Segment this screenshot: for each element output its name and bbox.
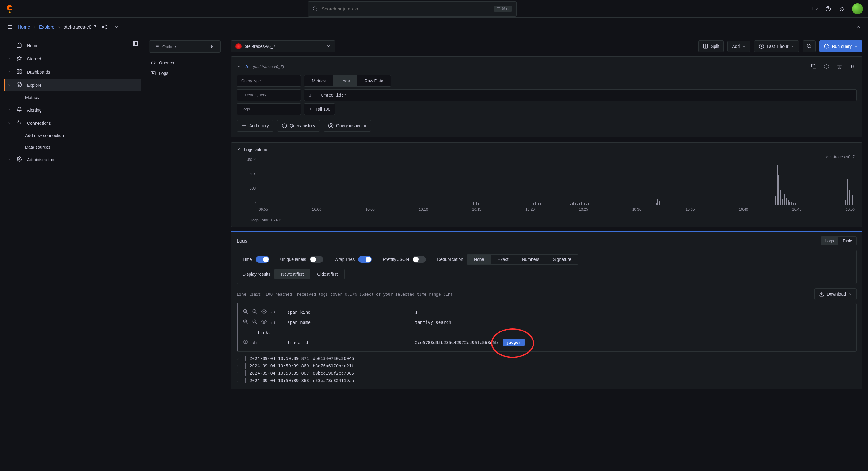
seg-raw[interactable]: Raw Data — [357, 75, 391, 87]
eye-icon[interactable] — [261, 309, 267, 315]
log-line[interactable]: ›2024-09-04 10:50:39.863c53ea73c824f19aa — [237, 377, 857, 384]
toggle-wrap-lines[interactable] — [358, 256, 372, 263]
svg-point-0 — [9, 11, 10, 13]
toggle-unique-labels[interactable] — [310, 256, 323, 263]
menu-toggle[interactable] — [5, 23, 14, 31]
oldest-first[interactable]: Oldest first — [310, 269, 344, 279]
timerange-picker[interactable]: Last 1 hour — [754, 40, 799, 52]
chevron-down-icon — [854, 44, 858, 48]
chart-plot[interactable] — [259, 158, 855, 205]
log-line[interactable]: ›2024-09-04 10:50:39.869b3d76a6170bcc21f — [237, 362, 857, 370]
sidebar-item-explore[interactable]: Explore — [4, 79, 141, 91]
svg-line-15 — [104, 26, 105, 26]
chevron-down-icon — [742, 44, 746, 48]
collapse-icon[interactable] — [854, 23, 863, 31]
sidebar-item-alerting[interactable]: Alerting — [4, 104, 141, 116]
svg-line-43 — [810, 47, 811, 48]
sidebar-item-data-sources[interactable]: Data sources — [4, 142, 141, 153]
sidebar-item-connections[interactable]: Connections — [4, 117, 141, 129]
crumb-current: otel-traces-v0_7 — [64, 24, 97, 29]
sidebar-item-starred[interactable]: Starred — [4, 53, 141, 65]
toggle-prettify-json[interactable] — [412, 256, 426, 263]
eye-icon[interactable] — [261, 319, 267, 325]
stats-icon[interactable] — [270, 309, 276, 315]
zoom-out-icon[interactable] — [252, 319, 258, 325]
display-order-segmented: Newest first Oldest first — [274, 269, 345, 279]
log-line[interactable]: ›2024-09-04 10:50:39.86709bed196f2cc7805 — [237, 370, 857, 377]
duplicate-icon[interactable] — [809, 62, 818, 71]
run-query-button[interactable]: Run query — [819, 40, 863, 52]
stats-icon[interactable] — [270, 319, 276, 325]
svg-rect-22 — [17, 72, 19, 74]
tail-selector[interactable]: Tail 100 — [304, 103, 335, 115]
chevron-down-icon — [326, 44, 331, 49]
chevron-right-icon — [7, 57, 12, 61]
chevron-down-icon[interactable] — [237, 147, 241, 152]
sidebar-item-dashboards[interactable]: Dashboards — [4, 66, 141, 78]
zoom-out-icon — [806, 43, 812, 49]
outline-item-queries[interactable]: Queries — [149, 58, 221, 68]
svg-line-63 — [255, 312, 257, 314]
crumb-explore[interactable]: Explore — [39, 24, 55, 29]
add-button[interactable]: Add — [727, 41, 750, 52]
seg-metrics[interactable]: Metrics — [305, 75, 333, 87]
svg-point-14 — [105, 28, 107, 29]
log-line[interactable]: ›2024-09-04 10:50:39.871db01340730c36045 — [237, 355, 857, 362]
plug-icon — [16, 120, 23, 126]
chevron-down-icon[interactable] — [112, 23, 121, 31]
apps-icon — [16, 69, 23, 75]
stats-icon[interactable] — [252, 339, 258, 345]
plus-icon — [241, 123, 247, 129]
sidebar-item-add-connection[interactable]: Add new connection — [4, 130, 141, 141]
svg-point-76 — [264, 321, 265, 323]
trash-icon[interactable] — [835, 62, 844, 71]
view-table[interactable]: Table — [838, 237, 856, 245]
view-logs[interactable]: Logs — [821, 237, 838, 245]
crumb-home[interactable]: Home — [18, 24, 30, 29]
zoom-in-icon[interactable] — [243, 309, 249, 315]
download-icon — [819, 291, 825, 297]
toggle-time[interactable] — [256, 256, 269, 263]
logs-volume-chart[interactable]: otel-traces-v0_7 1.50 K1 K5000 09:5510:0… — [237, 155, 857, 216]
chevron-down-icon — [790, 44, 794, 48]
newest-first[interactable]: Newest first — [274, 269, 310, 279]
global-search[interactable]: ⌘+k — [308, 1, 517, 16]
query-inspector-button[interactable]: Query inspector — [323, 120, 371, 132]
sidebar-item-metrics[interactable]: Metrics — [4, 92, 141, 103]
avatar[interactable] — [852, 3, 863, 14]
seg-logs[interactable]: Logs — [333, 75, 357, 87]
eye-icon[interactable] — [243, 339, 249, 345]
sidebar-item-administration[interactable]: Administration — [4, 153, 141, 166]
add-menu[interactable] — [810, 5, 818, 13]
zoom-in-icon[interactable] — [243, 319, 249, 325]
help-icon[interactable] — [824, 5, 832, 13]
drag-icon[interactable] — [848, 62, 857, 71]
query-history-button[interactable]: Query history — [277, 120, 320, 132]
search-input[interactable] — [322, 6, 490, 11]
eye-icon[interactable] — [822, 62, 831, 71]
log-lines: ›2024-09-04 10:50:39.871db01340730c36045… — [237, 355, 857, 384]
field-value: 1 — [415, 310, 417, 314]
dedup-none[interactable]: None — [467, 255, 491, 264]
chevron-down-icon[interactable] — [237, 64, 241, 69]
share-icon[interactable] — [100, 23, 108, 31]
outline-item-logs[interactable]: Logs — [149, 68, 221, 78]
undock-icon[interactable] — [131, 39, 140, 48]
back-arrow-icon[interactable] — [207, 42, 216, 51]
dedup-numbers[interactable]: Numbers — [515, 255, 546, 264]
sidebar-item-home[interactable]: Home — [4, 39, 141, 52]
split-button[interactable]: Split — [698, 40, 724, 52]
dedup-signature[interactable]: Signature — [546, 255, 578, 264]
svg-point-46 — [826, 66, 828, 67]
add-query-button[interactable]: Add query — [237, 120, 274, 132]
chevron-right-icon — [7, 108, 12, 112]
datasource-picker[interactable]: otel-traces-v0_7 — [231, 40, 335, 52]
jaeger-link[interactable]: jaeger — [503, 339, 525, 346]
lucene-input[interactable]: 1 trace_id:* — [304, 89, 857, 101]
download-button[interactable]: Download — [814, 288, 857, 300]
zoom-out-button[interactable] — [803, 40, 815, 52]
grafana-logo[interactable] — [5, 4, 15, 14]
zoom-out-icon[interactable] — [252, 309, 258, 315]
dedup-exact[interactable]: Exact — [491, 255, 515, 264]
news-icon[interactable] — [838, 5, 846, 13]
